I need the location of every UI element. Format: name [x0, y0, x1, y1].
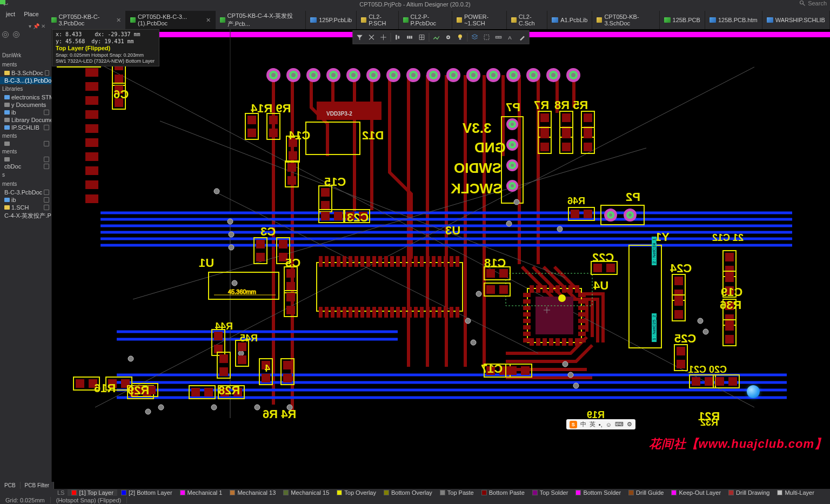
doc-tab[interactable]: 125B.PCB	[660, 11, 705, 29]
ime-item[interactable]: •,	[599, 421, 603, 428]
tree-item[interactable]: ib	[0, 196, 51, 204]
align-left-icon[interactable]	[393, 32, 404, 43]
tree-group[interactable]: Libraries	[0, 84, 51, 93]
designator: C17	[481, 362, 503, 376]
doc-tab[interactable]: 125B.PCB.htm	[705, 11, 762, 29]
layer-tab[interactable]: Drill Drawing	[725, 489, 773, 496]
designator: C15	[324, 175, 346, 189]
doc-tab-label: CL2-P-P.PcbDoc	[411, 14, 447, 26]
doc-tab[interactable]: CL2-C.Sch	[507, 11, 547, 29]
svg-rect-96	[337, 256, 340, 267]
svg-rect-226	[269, 129, 278, 137]
tree-group[interactable]: s	[0, 170, 51, 179]
tree-item[interactable]: B-C-3...(1).PcbDoc	[0, 77, 51, 84]
layer-tab[interactable]: Top Paste	[436, 489, 478, 496]
layer-tab[interactable]: Top Solder	[528, 489, 572, 496]
pcb-file-icon	[130, 17, 136, 23]
tree-item[interactable]: B-C-3.PcbDoc	[0, 189, 51, 196]
layer-tab[interactable]: LS	[54, 489, 68, 496]
doc-tab[interactable]: CPT05D-KB-3.SchDoc	[592, 11, 659, 29]
doc-tab-label: 125B.PCB	[673, 17, 700, 23]
designator: VDD3P3-2	[324, 110, 354, 117]
select-rect-icon[interactable]	[481, 32, 492, 43]
tree-item[interactable]: C-4-X-英发投产.Pc...	[0, 211, 51, 220]
tree-group[interactable]: ments	[0, 147, 51, 156]
tree-item[interactable]: electronics STM32 F1	[0, 93, 51, 101]
modified-icon	[44, 190, 49, 195]
tree-item[interactable]	[0, 156, 51, 163]
tree-group[interactable]: ments	[0, 179, 51, 189]
doc-tab[interactable]: CPT05D-KB-C-3.PcbDoc✕	[47, 11, 126, 29]
tree-item[interactable]: y Documents	[0, 101, 51, 109]
menu-place[interactable]: Place	[20, 10, 43, 18]
doc-tab[interactable]: CPT05D-KB-C-3...(1).PcbDoc✕	[126, 11, 215, 29]
tree-item[interactable]	[0, 140, 51, 147]
layer-tab[interactable]: Top Overlay	[333, 489, 380, 496]
tree-item[interactable]: 1.SCH	[0, 204, 51, 211]
search-input[interactable]: Search	[808, 0, 827, 6]
doc-tab[interactable]: 125P.PcbLib	[306, 11, 357, 29]
doc-tab[interactable]: CPT05-KB-C-4-X-英发投产.Pcb...	[216, 11, 306, 29]
via-icon[interactable]	[443, 32, 454, 43]
tree-item[interactable]: cbDoc	[0, 163, 51, 170]
tree-item[interactable]: IP.SCHLIB	[0, 124, 51, 131]
ime-item[interactable]: ⚙	[627, 421, 632, 428]
gear-icon[interactable]	[13, 31, 19, 38]
ime-item[interactable]: 英	[590, 420, 595, 428]
clear-filter-icon[interactable]	[366, 32, 377, 43]
panel-pin-icon[interactable]: 📌	[33, 23, 39, 29]
text-icon[interactable]: A	[505, 32, 516, 43]
tree-group[interactable]: ments	[0, 60, 51, 69]
layer-tab[interactable]: Mechanical 13	[226, 489, 279, 496]
grid-icon[interactable]	[417, 32, 427, 43]
close-icon[interactable]: ✕	[206, 17, 211, 24]
layer-tab[interactable]: Drill Guide	[625, 489, 667, 496]
tree-item[interactable]: ib	[0, 109, 51, 116]
doc-tab[interactable]: POWER-~1.SCH	[452, 11, 507, 29]
tree-item[interactable]: Library Documents	[0, 116, 51, 124]
panel-button[interactable]: PCB	[0, 482, 21, 489]
svg-rect-274	[204, 388, 213, 397]
ime-item[interactable]: ⌨	[615, 421, 624, 428]
ime-toolbar[interactable]: S中英•,☺⌨⚙	[566, 419, 635, 429]
doc-tab[interactable]: CL2-P.SCH	[357, 11, 398, 29]
layer-tab[interactable]: Multi-Layer	[773, 489, 818, 496]
tree-item-label: 1.SCH	[11, 204, 29, 211]
layer-stack-icon[interactable]	[470, 32, 480, 43]
layer-tab[interactable]: [2] Bottom Layer	[117, 489, 176, 496]
gear-icon[interactable]	[2, 31, 9, 38]
panel-dropdown-icon[interactable]: ▾	[29, 23, 31, 29]
filter-icon[interactable]	[354, 32, 365, 43]
layer-tab[interactable]: Bottom Solder	[572, 489, 625, 496]
doc-tab[interactable]: WARSHIP.SCHLIB	[762, 11, 830, 29]
layer-tab[interactable]: Bottom Overlay	[380, 489, 436, 496]
pencil-icon[interactable]	[517, 32, 528, 43]
tree-item[interactable]: B-3.SchDoc	[0, 69, 51, 77]
tree-root[interactable]: DsnWrk	[0, 51, 51, 60]
layer-swatch-icon	[180, 490, 185, 495]
route-icon[interactable]	[431, 32, 442, 43]
svg-rect-143	[536, 297, 573, 334]
designator: C18	[484, 256, 506, 270]
layer-tab[interactable]: Keep-Out Layer	[667, 489, 725, 496]
layer-tab[interactable]: Bottom Paste	[478, 489, 528, 496]
panel-button[interactable]: PCB Filter	[21, 482, 55, 489]
doc-tab[interactable]: A1.PcbLib	[547, 11, 592, 29]
snap-center-icon[interactable]	[378, 32, 389, 43]
designator: R9 R14	[251, 102, 291, 116]
close-icon[interactable]: ✕	[116, 17, 121, 24]
align-distribute-icon[interactable]	[405, 32, 416, 43]
layer-tab[interactable]: Mechanical 1	[176, 489, 226, 496]
pcb-editor[interactable]: x: 8.433 dx: -29.337 mm y: 45.568 dy: 19…	[52, 29, 830, 489]
ime-item[interactable]: 中	[580, 420, 586, 428]
layer-tab[interactable]: [1] Top Layer	[68, 489, 117, 496]
bulb-icon[interactable]	[455, 32, 466, 43]
svg-rect-223	[247, 129, 256, 137]
layer-tab[interactable]: Mechanical 15	[279, 489, 333, 496]
measure-icon[interactable]	[493, 32, 504, 43]
ime-item[interactable]: ☺	[606, 421, 612, 428]
doc-tab[interactable]: CL2-P-P.PcbDoc	[399, 11, 452, 29]
panel-close-icon[interactable]: ✕	[41, 23, 45, 29]
tree-group[interactable]: ments	[0, 131, 51, 140]
menu-ject[interactable]: ject	[2, 10, 19, 18]
